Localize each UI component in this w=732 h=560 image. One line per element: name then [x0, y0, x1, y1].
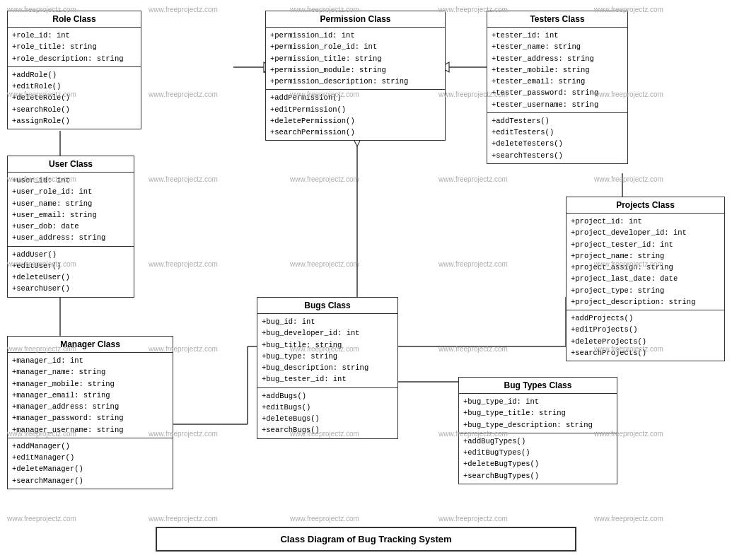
role-class-methods: +addRole() +editRole() +deleteRole() +se… [8, 67, 141, 129]
projects-class-methods: +addProjects() +editProjects() +deletePr… [567, 310, 724, 361]
perm-attr-3: +permission_title: string [270, 53, 441, 64]
mgr-attr-1: +manager_id: int [12, 355, 168, 366]
manager-class-title: Manager Class [8, 337, 173, 353]
user-attr-6: +user_address: string [12, 232, 129, 243]
role-method-2: +editRole() [12, 81, 136, 92]
tester-method-3: +deleteTesters() [492, 138, 623, 149]
bugs-class-methods: +addBugs() +editBugs() +deleteBugs() +se… [257, 388, 397, 438]
permission-class-methods: +addPermission() +editPermission() +dele… [266, 90, 445, 140]
user-attr-3: +user_name: string [12, 198, 129, 209]
mgr-attr-5: +manager_address: string [12, 401, 168, 412]
proj-method-3: +deleteProjects() [571, 336, 720, 347]
role-attr-1: +role_id: int [12, 30, 136, 41]
proj-attr-6: +project_last_date: date [571, 273, 720, 284]
perm-method-1: +addPermission() [270, 92, 441, 103]
proj-method-4: +searchProjects() [571, 347, 720, 358]
watermark: www.freeprojectz.com [7, 515, 76, 523]
user-class-attributes: +user_id: int +user_role_id: int +user_n… [8, 173, 134, 247]
mgr-method-4: +searchManager() [12, 475, 168, 486]
perm-attr-1: +permission_id: int [270, 30, 441, 41]
mgr-attr-4: +manager_email: string [12, 390, 168, 401]
proj-method-1: +addProjects() [571, 313, 720, 324]
perm-attr-4: +permission_module: string [270, 64, 441, 76]
tester-attr-3: +tester_address: string [492, 53, 623, 64]
role-method-4: +searchRole() [12, 104, 136, 115]
mgr-attr-6: +manager_password: string [12, 412, 168, 424]
bug-method-2: +editBugs() [262, 402, 393, 413]
tester-attr-5: +tester_email: string [492, 76, 623, 87]
testers-class-box: Testers Class +tester_id: int +tester_na… [487, 11, 628, 164]
proj-method-2: +editProjects() [571, 324, 720, 335]
role-class-box: Role Class +role_id: int +role_title: st… [7, 11, 141, 129]
mgr-attr-3: +manager_mobile: string [12, 378, 168, 390]
user-method-1: +addUser() [12, 249, 129, 260]
watermark: www.freeprojectz.com [149, 515, 218, 523]
manager-class-methods: +addManager() +editManager() +deleteMana… [8, 438, 173, 489]
bug-attr-3: +bug_title: string [262, 339, 393, 351]
user-method-3: +deleteUser() [12, 272, 129, 283]
permission-class-title: Permission Class [266, 11, 445, 28]
proj-attr-2: +project_developer_id: int [571, 227, 720, 238]
user-attr-4: +user_email: string [12, 209, 129, 221]
role-attr-2: +role_title: string [12, 41, 136, 52]
proj-attr-3: +project_tester_id: int [571, 239, 720, 250]
role-method-1: +addRole() [12, 69, 136, 81]
watermark: www.freeprojectz.com [438, 260, 508, 268]
user-attr-5: +user_dob: date [12, 221, 129, 232]
watermark: www.freeprojectz.com [290, 175, 359, 183]
bt-method-2: +editBugTypes() [463, 447, 612, 458]
watermark: www.freeprojectz.com [290, 515, 359, 523]
bugs-class-attributes: +bug_id: int +bug_developer_id: int +bug… [257, 314, 397, 388]
user-attr-1: +user_id: int [12, 175, 129, 186]
bug-method-4: +searchBugs() [262, 424, 393, 436]
user-attr-2: +user_role_id: int [12, 186, 129, 197]
role-method-5: +assignRole() [12, 115, 136, 127]
tester-attr-2: +tester_name: string [492, 41, 623, 52]
bugs-class-title: Bugs Class [257, 298, 397, 314]
testers-class-title: Testers Class [487, 11, 627, 28]
perm-attr-5: +permission_description: string [270, 76, 441, 87]
user-method-4: +searchUser() [12, 283, 129, 294]
mgr-attr-7: +manager_username: string [12, 424, 168, 436]
proj-attr-8: +project_description: string [571, 296, 720, 308]
proj-attr-5: +project_assign: string [571, 262, 720, 273]
bugtypes-class-attributes: +bug_type_id: int +bug_type_title: strin… [459, 394, 617, 433]
perm-method-4: +searchPermission() [270, 127, 441, 138]
permission-class-box: Permission Class +permission_id: int +pe… [265, 11, 446, 141]
watermark: www.freeprojectz.com [438, 175, 508, 183]
mgr-attr-2: +manager_name: string [12, 366, 168, 378]
tester-method-4: +searchTesters() [492, 150, 623, 161]
bug-attr-1: +bug_id: int [262, 316, 393, 327]
watermark: www.freeprojectz.com [438, 345, 508, 353]
watermark: www.freeprojectz.com [149, 175, 218, 183]
perm-method-3: +deletePermission() [270, 115, 441, 127]
role-class-attributes: +role_id: int +role_title: string +role_… [8, 28, 141, 67]
role-class-title: Role Class [8, 11, 141, 28]
bug-attr-5: +bug_description: string [262, 362, 393, 373]
user-method-2: +editUser() [12, 260, 129, 272]
watermark: www.freeprojectz.com [438, 515, 508, 523]
bugs-class-box: Bugs Class +bug_id: int +bug_developer_i… [257, 297, 398, 439]
bug-method-3: +deleteBugs() [262, 413, 393, 424]
watermark: www.freeprojectz.com [290, 260, 359, 268]
projects-class-title: Projects Class [567, 197, 724, 214]
watermark: www.freeprojectz.com [149, 6, 218, 13]
tester-attr-7: +tester_username: string [492, 99, 623, 110]
bugtypes-class-box: Bug Types Class +bug_type_id: int +bug_t… [458, 377, 617, 484]
tester-method-2: +editTesters() [492, 127, 623, 138]
watermark: www.freeprojectz.com [149, 91, 218, 98]
manager-class-box: Manager Class +manager_id: int +manager_… [7, 336, 173, 489]
bug-attr-6: +bug_tester_id: int [262, 373, 393, 385]
watermark: www.freeprojectz.com [594, 515, 663, 523]
bt-attr-1: +bug_type_id: int [463, 396, 612, 407]
bt-method-1: +addBugTypes() [463, 436, 612, 447]
bugtypes-class-title: Bug Types Class [459, 378, 617, 394]
bt-attr-2: +bug_type_title: string [463, 407, 612, 419]
tester-method-1: +addTesters() [492, 115, 623, 127]
bt-method-3: +deleteBugTypes() [463, 458, 612, 469]
role-method-3: +deleteRole() [12, 92, 136, 103]
bug-method-1: +addBugs() [262, 390, 393, 402]
proj-attr-1: +project_id: int [571, 216, 720, 227]
projects-class-attributes: +project_id: int +project_developer_id: … [567, 214, 724, 310]
proj-attr-7: +project_type: string [571, 285, 720, 296]
